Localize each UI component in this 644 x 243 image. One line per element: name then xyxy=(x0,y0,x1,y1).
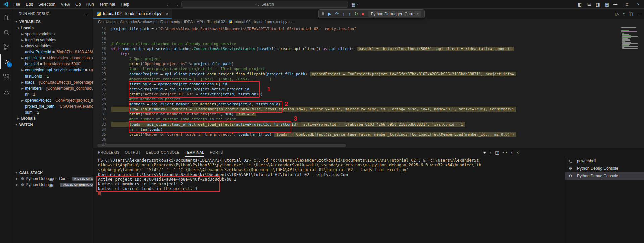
line-number[interactable]: 22 xyxy=(93,66,106,71)
line-number[interactable]: 28 xyxy=(93,97,106,102)
breadcrumb-item[interactable]: API xyxy=(197,20,203,24)
terminal[interactable]: PS C:\Users\AlexanderSzotkowski\Document… xyxy=(93,157,565,243)
variable-row[interactable]: ▶api_client = <ideastatica_connection_ap… xyxy=(13,55,93,61)
line-number[interactable]: 21 xyxy=(93,61,106,66)
variable-row[interactable]: ▶openedProject = ConProject(project_id='… xyxy=(13,97,93,103)
panel-tab-debug-console[interactable]: DEBUG CONSOLE xyxy=(146,148,180,157)
continue-button[interactable]: ▶ xyxy=(328,11,331,16)
drag-handle-icon[interactable]: ⠿ xyxy=(322,12,324,16)
breadcrumb-item[interactable]: Tutorial 02 xyxy=(207,20,225,24)
breadcrumb-item[interactable]: ... xyxy=(291,20,294,24)
menu-view[interactable]: View xyxy=(58,2,73,7)
close-panel-icon[interactable]: × xyxy=(516,150,519,155)
breadcrumb-item[interactable]: AlexanderSzotkowski xyxy=(120,20,156,24)
stop-button[interactable]: ■ xyxy=(362,12,364,16)
breadcrumb-item[interactable]: Documents xyxy=(160,20,180,24)
terminal-profile-dropdown-icon[interactable]: ∨ xyxy=(489,151,491,154)
line-number[interactable]: 35 xyxy=(93,132,106,137)
scope-locals[interactable]: ▼ Locals xyxy=(13,25,93,31)
activity-extensions-icon[interactable] xyxy=(0,69,13,84)
code-text[interactable]: project_file_path = r"C:\Users\Alexander… xyxy=(111,26,356,31)
split-terminal-icon[interactable]: ◫ xyxy=(495,150,499,155)
line-number[interactable]: 31 xyxy=(93,112,106,117)
breadcrumb-item[interactable]: tutorial 02 - loads from excel.py xyxy=(229,20,287,24)
scope-globals[interactable]: ▶ Globals xyxy=(13,115,93,122)
code-text[interactable]: sum= len(members)members = [ConMember(is… xyxy=(111,107,516,112)
variable-row[interactable]: ▶special variables xyxy=(13,31,93,37)
minimize-button[interactable]: — xyxy=(610,0,621,9)
line-number[interactable]: 30 xyxy=(93,107,106,112)
variable-row[interactable]: ▶members = [ConMember(is_continuous=Fals… xyxy=(13,85,93,91)
line-number[interactable]: 14 xyxy=(93,26,106,31)
search-box[interactable]: Search xyxy=(181,1,348,8)
horizontal-scrollbar[interactable] xyxy=(97,144,346,147)
layout-grid-icon[interactable]: ▦ xyxy=(605,2,609,7)
code-text[interactable]: print("Active project ID: %s" % activePr… xyxy=(111,92,263,97)
line-number[interactable]: 24 xyxy=(93,77,106,82)
back-icon[interactable]: ← xyxy=(166,2,170,7)
code-text[interactable]: openedProject = api_client.project.open_… xyxy=(111,71,516,77)
panel-tab-problems[interactable]: PROBLEMS xyxy=(98,148,120,157)
code-text[interactable]: loads = api_client.load_effect.get_load_… xyxy=(111,122,465,127)
menu-selection[interactable]: Selection xyxy=(36,2,58,7)
variable-row[interactable]: firstConId = 1 xyxy=(13,73,93,79)
minimap[interactable] xyxy=(620,25,639,51)
code-text[interactable]: print("Opening project %s" % project_fil… xyxy=(111,61,234,66)
variable-row[interactable]: ▶loads = [ConLoadEffect(is_percentage=Fa… xyxy=(13,79,93,85)
tab-close-icon[interactable]: × xyxy=(166,11,169,16)
panel-tab-terminal[interactable]: TERMINAL xyxy=(185,148,204,157)
code-text[interactable]: #api_client.project.active_project_id - … xyxy=(111,66,265,71)
customize-layout-icon[interactable]: ▦ xyxy=(351,2,355,7)
panel-tab-output[interactable]: OUTPUT xyxy=(125,148,141,157)
activity-testing-icon[interactable] xyxy=(0,84,13,99)
code-text[interactable]: # Create a client attached to an already… xyxy=(111,41,236,46)
call-stack-section-header[interactable]: ▼ CALL STACK xyxy=(13,169,93,176)
call-stack-session[interactable]: ▶⚙Python Debugger: Cur...PAUSED ON STEP xyxy=(13,176,93,182)
line-number[interactable]: 36 xyxy=(93,137,106,142)
variable-row[interactable]: nr = 1 xyxy=(13,91,93,97)
variable-row[interactable]: ▶function variables xyxy=(13,37,93,43)
more-editor-actions-icon[interactable]: ⋯ xyxy=(636,11,641,16)
menu-help[interactable]: Help xyxy=(118,2,132,7)
step-out-button[interactable]: ↑ xyxy=(348,11,351,16)
line-number[interactable]: 32 xyxy=(93,117,106,122)
line-number[interactable]: 34 xyxy=(93,127,106,132)
new-terminal-icon[interactable]: + xyxy=(483,150,486,155)
maximize-panel-icon[interactable]: ∧ xyxy=(511,151,513,154)
call-stack-session[interactable]: ▶⚙Python Debugg...PAUSED ON BREAKPOINT xyxy=(13,182,93,188)
variable-row[interactable]: activeProjectId = '5fab87be-8103-4266-b9… xyxy=(13,49,93,55)
toggle-primary-sidebar-icon[interactable]: ◧ xyxy=(578,2,582,7)
variable-row[interactable]: baseUrl = 'http://localhost:5000' xyxy=(13,61,93,67)
activity-explorer-icon[interactable] xyxy=(0,10,13,25)
line-number[interactable]: 26 xyxy=(93,87,106,92)
line-number[interactable]: 18 xyxy=(93,46,106,51)
debug-config-dropdown[interactable]: Python Debugger: Curre ∨ xyxy=(368,11,422,17)
breadcrumb-item[interactable]: Users xyxy=(106,20,116,24)
tab-tutorial-02-loads-from-excel[interactable]: tutorial 02 - loads from excel.py × xyxy=(93,9,172,19)
code-text[interactable]: print("Number of members in the project:… xyxy=(111,112,256,117)
terminal-list-item[interactable]: ⚙Python Debug Console xyxy=(565,165,644,172)
line-number[interactable]: 16 xyxy=(93,36,106,41)
line-number[interactable]: 33 xyxy=(93,122,106,127)
run-python-file-button[interactable]: ▷ xyxy=(616,11,619,16)
line-number[interactable]: 15 xyxy=(93,31,106,36)
restart-button[interactable]: ↻ xyxy=(354,11,358,16)
terminal-list-item[interactable]: ⚙Python Debug Console xyxy=(565,172,644,180)
line-number[interactable]: 23 xyxy=(93,71,106,77)
variable-row[interactable]: sum = 2 xyxy=(13,109,93,115)
variable-row[interactable]: ▶class variables xyxy=(13,43,93,49)
panel-more-icon[interactable]: ⋯ xyxy=(503,150,507,155)
menu-go[interactable]: Go xyxy=(73,2,84,7)
code-text[interactable]: try: xyxy=(111,51,129,56)
menu-run[interactable]: Run xyxy=(84,2,97,7)
code-text[interactable]: #openedProject.connections = [ {Con1}, {… xyxy=(111,77,272,82)
code-text[interactable]: activeProjectId = api_client.project.act… xyxy=(111,87,249,92)
activity-source-control-icon[interactable] xyxy=(0,40,13,54)
forward-icon[interactable]: → xyxy=(174,2,179,7)
step-over-button[interactable]: ↷ xyxy=(335,11,339,16)
breadcrumb-item[interactable]: C: xyxy=(98,20,102,24)
code-editor[interactable]: 14project_file_path = r"C:\Users\Alexand… xyxy=(93,25,644,148)
line-number[interactable]: 27 xyxy=(93,92,106,97)
code-text[interactable]: with connection_api_service_attacher.Con… xyxy=(111,46,514,51)
activity-run-debug-icon[interactable]: 2 xyxy=(0,54,13,69)
